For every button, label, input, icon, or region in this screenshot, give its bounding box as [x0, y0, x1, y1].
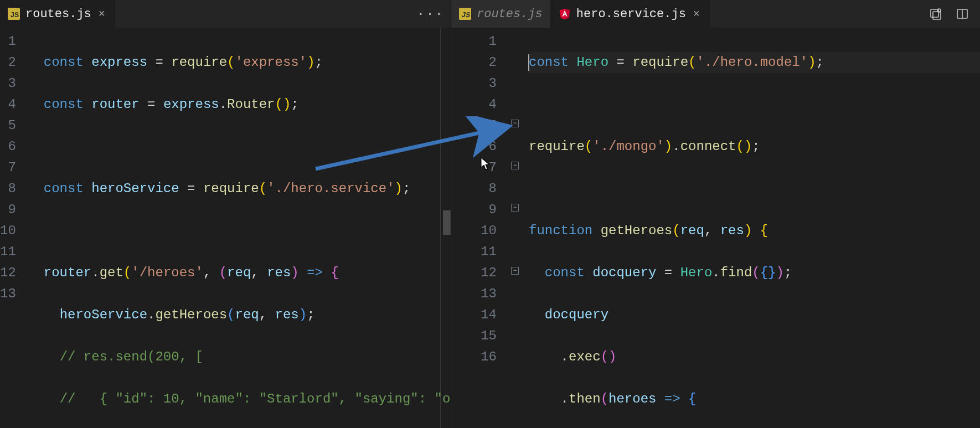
code-content-right[interactable]: const Hero = require('./hero.model'); re… — [511, 28, 980, 428]
editor-pane-left: JS routes.js × ··· 1 2 3 4 5 6 7 8 9 10 … — [0, 0, 451, 428]
code-editor-left[interactable]: 1 2 3 4 5 6 7 8 9 10 11 12 13 const expr… — [0, 28, 451, 428]
tabbar-right: JS routes.js hero.service.js × — [451, 0, 980, 28]
text-caret — [528, 54, 529, 71]
line-number-gutter: 1 2 3 4 5 6 7 8 9 10 11 12 13 14 15 16 — [451, 28, 511, 428]
js-file-icon: JS — [459, 8, 471, 20]
tabbar-left: JS routes.js × ··· — [0, 0, 451, 28]
tab-overflow-button[interactable]: ··· — [410, 0, 451, 28]
code-content-left[interactable]: const express = require('express'); cons… — [30, 28, 451, 428]
tab-label: routes.js — [477, 7, 543, 21]
js-file-icon: JS — [8, 8, 20, 20]
tab-routes-right[interactable]: JS routes.js — [451, 0, 551, 28]
close-icon[interactable]: × — [97, 9, 107, 19]
open-changes-icon[interactable] — [928, 6, 943, 22]
tab-label: routes.js — [25, 7, 91, 21]
editor-pane-right: JS routes.js hero.service.js × 1 2 3 4 5 — [451, 0, 980, 428]
line-number-gutter: 1 2 3 4 5 6 7 8 9 10 11 12 13 — [0, 28, 30, 428]
scrollbar-thumb[interactable] — [443, 210, 451, 235]
tab-routes-left[interactable]: JS routes.js × — [0, 0, 115, 28]
tab-hero-service[interactable]: hero.service.js × — [551, 0, 710, 28]
tab-label: hero.service.js — [576, 7, 686, 21]
close-icon[interactable]: × — [692, 9, 702, 19]
split-editor-icon[interactable] — [955, 6, 970, 22]
code-editor-right[interactable]: 1 2 3 4 5 6 7 8 9 10 11 12 13 14 15 16 −… — [451, 28, 980, 428]
svg-rect-3 — [933, 12, 941, 19]
angular-file-icon — [559, 8, 571, 20]
